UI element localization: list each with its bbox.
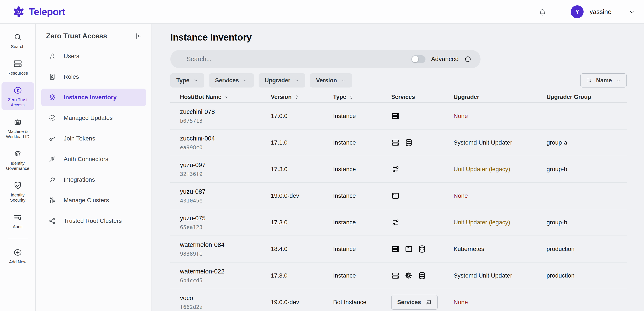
advanced-toggle[interactable]: [411, 55, 426, 63]
keys-icon: [391, 165, 400, 174]
subnav-item-join-tokens[interactable]: Join Tokens: [41, 130, 146, 147]
search-bar: Advanced: [170, 50, 480, 68]
host-name: yuzu-075: [180, 215, 271, 222]
name-sort-button[interactable]: Name: [580, 73, 627, 88]
host-id: 6b4ccd5: [180, 277, 271, 283]
services-button[interactable]: Services: [391, 295, 438, 310]
database-icon: [404, 138, 413, 147]
filter-services-button[interactable]: Services: [209, 73, 254, 88]
row-group: production: [546, 272, 627, 279]
host-id: 98389fe: [180, 251, 271, 257]
application-icon: [404, 245, 413, 253]
toggle-knob: [412, 56, 418, 62]
table-row: watermelon-022 6b4ccd5 17.3.0 Instance S…: [170, 262, 627, 289]
sort-both-icon: [295, 94, 299, 100]
row-upgrader: None: [454, 192, 546, 199]
subnav-item-manage-clusters[interactable]: Manage Clusters: [41, 192, 146, 209]
subnav-item-roles[interactable]: Roles: [41, 68, 146, 86]
subnav-item-integrations[interactable]: Integrations: [41, 171, 146, 189]
subnav-item-managed-updates[interactable]: Managed Updates: [41, 109, 146, 127]
filter-type-button[interactable]: Type: [170, 73, 204, 88]
cluster-network-icon: [48, 217, 56, 225]
row-services: [391, 192, 454, 200]
subnav-item-users[interactable]: Users: [41, 47, 146, 65]
info-icon[interactable]: [464, 56, 472, 63]
subnav-item-label: Roles: [64, 73, 79, 80]
host-cell: voco f662d2a: [180, 294, 271, 310]
column-host-bot-name[interactable]: Host/Bot Name: [180, 94, 271, 100]
subnav-item-label: Trusted Root Clusters: [64, 217, 122, 224]
avatar-initial: Y: [575, 8, 579, 15]
collapse-sidebar-icon[interactable]: [135, 32, 143, 40]
database-icon: [418, 271, 426, 280]
sidebar-item-machine-workload-id[interactable]: Machine & Workload ID: [2, 114, 34, 142]
column-upgrader: Upgrader: [454, 94, 546, 100]
user-menu-chevron-down-icon[interactable]: [628, 8, 636, 16]
row-group: production: [546, 246, 627, 252]
host-cell: yuzu-075 65ea123: [180, 215, 271, 230]
column-version[interactable]: Version: [271, 94, 333, 100]
sidebar-item-search[interactable]: Search: [2, 29, 34, 52]
sidebar-item-audit[interactable]: Audit: [2, 209, 34, 232]
row-type: Bot Instance: [333, 299, 391, 306]
row-group: group-b: [546, 166, 627, 173]
row-upgrader: Unit Updater (legacy): [454, 166, 546, 173]
row-services: [391, 165, 454, 174]
row-services: [391, 218, 454, 227]
filter-upgrader-button[interactable]: Upgrader: [258, 73, 305, 88]
column-upgrader-group: Upgrader Group: [546, 94, 627, 100]
subnav-item-trusted-root-clusters[interactable]: Trusted Root Clusters: [41, 212, 146, 230]
host-cell: yuzu-097 32f36f9: [180, 162, 271, 177]
chevron-down-icon: [616, 78, 621, 83]
table-row: yuzu-075 65ea123 17.3.0 Instance Unit Up…: [170, 209, 627, 236]
sidebar-item-label: Identity Governance: [3, 161, 33, 171]
row-upgrader: None: [454, 113, 546, 119]
table-row: zucchini-004 ea998c0 17.1.0 Instance Sys…: [170, 130, 627, 156]
row-version: 17.1.0: [271, 139, 333, 146]
subnav-item-instance-inventory[interactable]: Instance Inventory: [41, 89, 146, 106]
notifications-bell-icon[interactable]: [538, 7, 547, 17]
row-upgrader: None: [454, 299, 546, 306]
subnav-item-auth-connectors[interactable]: Auth Connectors: [41, 150, 146, 168]
filter-version-button[interactable]: Version: [310, 73, 352, 88]
row-version: 17.3.0: [271, 272, 333, 279]
row-services: Services: [391, 295, 454, 310]
sliders-icon: [48, 196, 56, 204]
row-type: Instance: [333, 272, 391, 279]
subnav-item-label: Manage Clusters: [64, 197, 109, 204]
chevron-down-icon: [341, 78, 346, 83]
sidebar-item-identity-governance[interactable]: Identity Governance: [2, 146, 34, 174]
sidebar-item-identity-security[interactable]: Identity Security: [2, 177, 34, 205]
column-type[interactable]: Type: [333, 94, 391, 100]
spark-connector-icon: [48, 155, 56, 163]
host-name: zucchini-078: [180, 108, 271, 115]
chevron-down-icon: [193, 78, 198, 83]
row-services: [391, 271, 454, 280]
search-input[interactable]: [170, 50, 403, 68]
table-row: yuzu-097 32f36f9 17.3.0 Instance Unit Up…: [170, 156, 627, 183]
fingerprint-icon: [13, 149, 22, 159]
main-content: Instance Inventory Advanced Type Service…: [152, 24, 644, 311]
search-icon: [13, 32, 22, 42]
subnav-item-label: Integrations: [64, 176, 95, 183]
primary-sidebar: Search Resources Zero Trust Access M: [0, 24, 36, 311]
row-version: 19.0.0-dev: [271, 299, 333, 306]
plus-circle-icon: [13, 248, 22, 257]
row-group: group-b: [546, 219, 627, 226]
subnav-title: Zero Trust Access: [46, 32, 107, 40]
sort-desc-icon: [224, 95, 229, 99]
sidebar-item-resources[interactable]: Resources: [2, 56, 34, 78]
sidebar-item-zero-trust-access[interactable]: Zero Trust Access: [2, 82, 34, 110]
avatar[interactable]: Y: [571, 5, 584, 18]
sidebar-item-add-new[interactable]: Add New: [2, 244, 34, 267]
audit-list-search-icon: [13, 213, 22, 222]
secondary-sidebar: Zero Trust Access Users Roles Instance I…: [36, 24, 152, 311]
database-icon: [418, 245, 426, 253]
table-row: voco f662d2a 19.0.0-dev Bot Instance Ser…: [170, 289, 627, 311]
row-services: [391, 245, 454, 253]
table-row: yuzu-087 431045e 19.0.0-dev Instance Non…: [170, 183, 627, 209]
server-icon: [391, 112, 400, 120]
row-version: 18.4.0: [271, 246, 333, 252]
host-cell: yuzu-087 431045e: [180, 188, 271, 204]
teleport-logo[interactable]: Teleport: [12, 5, 65, 19]
